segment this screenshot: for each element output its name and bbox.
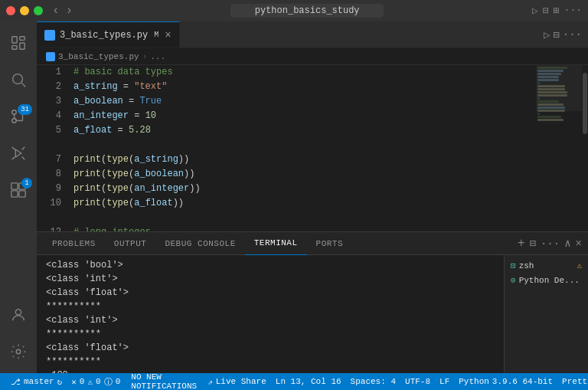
terminal-line-3: <class 'float'> (46, 286, 495, 300)
terminal-line-5: <class 'int'> (46, 313, 495, 327)
sidebar-item-extensions[interactable]: 1 (0, 172, 37, 208)
svg-line-5 (21, 83, 25, 87)
panel-tab-output[interactable]: OUTPUT (105, 232, 156, 255)
tab-modified-indicator: M (154, 31, 158, 39)
back-button[interactable]: ‹ (52, 4, 60, 18)
panel-content: <class 'bool'> <class 'int'> <class 'flo… (37, 255, 588, 373)
search-area: python_basics_study (82, 4, 532, 18)
activity-bar-bottom (0, 297, 37, 373)
terminal-line-2: <class 'int'> (46, 272, 495, 286)
panel-tab-problems[interactable]: PROBLEMS (43, 232, 105, 255)
terminal-panel-right: ⊡ zsh ⚠ ⊙ Python De... (504, 255, 588, 373)
sidebar-item-account[interactable] (0, 297, 37, 333)
breadcrumb-item: ... (150, 52, 165, 61)
sidebar-item-source-control[interactable]: 31 (0, 98, 37, 135)
breadcrumb-separator: › (142, 52, 148, 61)
git-branch-icon: ⎇ (11, 377, 21, 387)
terminal-item-zsh[interactable]: ⊡ zsh ⚠ (505, 258, 588, 273)
tab-basic-types[interactable]: py 3_basic_types.py M × (37, 21, 180, 48)
branch-name: master (24, 377, 54, 386)
warning-count: 0 (96, 377, 101, 386)
svg-point-14 (16, 349, 21, 354)
code-line-7: print(type(a_string)) (74, 152, 536, 167)
terminal-line-7: <class 'float'> (46, 341, 495, 355)
error-count: 0 (80, 377, 85, 386)
sidebar-item-search[interactable] (0, 61, 37, 98)
minimize-dot[interactable] (20, 6, 29, 15)
split-action-icon[interactable]: ⊟ (553, 28, 559, 41)
run-action-icon[interactable]: ▷ (544, 28, 550, 41)
split-terminal-icon[interactable]: ⊟ (530, 237, 536, 250)
status-position[interactable]: Ln 13, Col 16 (271, 373, 346, 390)
panel-tab-ports[interactable]: PORTS (307, 232, 353, 255)
tab-bar: py 3_basic_types.py M × ▷ ⊟ ··· (37, 21, 588, 48)
tab-close-button[interactable]: × (165, 29, 171, 41)
status-language[interactable]: Python 3.9.6 64-bit (454, 373, 557, 390)
status-branch[interactable]: ⎇ master ↻ (6, 373, 67, 390)
terminal-item-python[interactable]: ⊙ Python De... (505, 273, 588, 287)
more-icon[interactable]: ··· (564, 5, 582, 17)
spaces-text: Spaces: 4 (351, 377, 396, 386)
status-spaces[interactable]: Spaces: 4 (346, 373, 400, 390)
panel-tab-terminal[interactable]: TERMINAL (245, 232, 307, 255)
layout-icon[interactable]: ⊞ (554, 5, 560, 17)
code-editor[interactable]: # basic data types a_string = "text" a_b… (67, 65, 536, 231)
new-terminal-icon[interactable]: + (518, 237, 525, 251)
minimap (536, 65, 582, 231)
svg-rect-1 (20, 37, 24, 41)
terminal-zsh-label: zsh (519, 261, 534, 270)
code-line-3: a_boolean = True (74, 94, 536, 109)
editor-scrollbar[interactable] (582, 65, 588, 231)
run-icon[interactable]: ▷ (532, 5, 538, 17)
window-controls (6, 6, 43, 15)
status-bar-right: Ln 13, Col 16 Spaces: 4 UTF-8 LF Python … (271, 373, 588, 390)
svg-point-6 (12, 110, 17, 115)
panel-actions: + ⊟ ··· ∧ × (518, 237, 582, 251)
no-notifications-area[interactable]: NO NEW NOTIFICATIONS (125, 373, 203, 390)
sidebar-item-settings[interactable] (0, 333, 37, 370)
breadcrumb: py 3_basic_types.py › ... (37, 48, 588, 65)
svg-rect-0 (12, 37, 17, 43)
version-text: 3.9.6 64-bit (492, 377, 553, 386)
status-formatter[interactable]: Prettier (557, 373, 588, 390)
editor-content: 1 2 3 4 5 7 8 9 10 12 13 14 15 17 18 (37, 65, 588, 231)
source-control-badge: 31 (18, 104, 32, 115)
svg-rect-9 (11, 183, 18, 189)
close-panel-icon[interactable]: × (576, 238, 582, 250)
forward-button[interactable]: › (66, 4, 74, 18)
status-live-share[interactable]: ⇗ Live Share (203, 373, 271, 390)
main-area: 31 1 (0, 21, 588, 373)
encoding-text: UTF-8 (405, 377, 430, 386)
scrollbar-thumb[interactable] (583, 73, 587, 134)
terminal-zsh-icon: ⊡ (511, 261, 516, 270)
search-bar[interactable]: python_basics_study (230, 4, 384, 18)
panel-tab-debug-console[interactable]: DEBUG CONSOLE (155, 232, 244, 255)
titlebar-actions: ▷ ⊟ ⊞ ··· (532, 5, 582, 17)
code-line-9: print(type(an_integer)) (74, 182, 536, 196)
warning-icon: ⚠ (87, 377, 93, 387)
terminal-zsh-warn: ⚠ (577, 261, 582, 270)
sidebar-item-run-debug[interactable] (0, 135, 37, 172)
svg-rect-11 (11, 191, 18, 197)
terminal-line-4: ********** (46, 300, 495, 313)
sidebar-item-explorer[interactable] (0, 25, 37, 61)
more-action-icon[interactable]: ··· (563, 28, 582, 41)
status-line-ending[interactable]: LF (435, 373, 454, 390)
svg-rect-2 (20, 43, 24, 49)
status-errors[interactable]: ✕ 0 ⚠ 0 ⓘ 0 (67, 373, 125, 390)
status-bar: ⎇ master ↻ ✕ 0 ⚠ 0 ⓘ 0 NO NEW NOTIFICATI… (0, 373, 588, 390)
status-encoding[interactable]: UTF-8 (400, 373, 435, 390)
close-dot[interactable] (6, 6, 15, 15)
terminal-area[interactable]: <class 'bool'> <class 'int'> <class 'flo… (37, 255, 504, 373)
svg-point-13 (15, 310, 21, 315)
svg-rect-12 (19, 191, 25, 197)
info-count: 0 (116, 377, 121, 386)
more-terminals-icon[interactable]: ··· (541, 238, 560, 250)
python-file-icon: py (44, 30, 55, 41)
maximize-dot[interactable] (34, 6, 43, 15)
code-line-5: a_float = 5.28 (74, 123, 536, 138)
minimize-panel-icon[interactable]: ∧ (564, 237, 570, 250)
code-line-11 (74, 211, 536, 225)
code-line-6 (74, 138, 536, 152)
split-editor-icon[interactable]: ⊟ (543, 5, 549, 17)
